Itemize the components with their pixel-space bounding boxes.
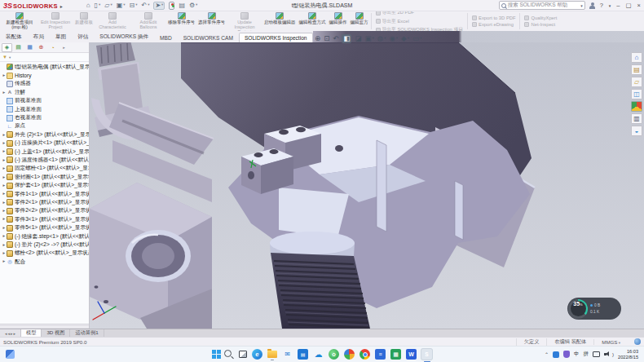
undo-icon[interactable]: ↶ [141, 2, 149, 9]
ribbon-button[interactable]: 编辑监方 [349, 11, 370, 31]
close-button[interactable]: × [637, 2, 641, 9]
edit-appearance-icon[interactable]: ◪ [355, 35, 361, 42]
ribbon-tab[interactable]: MBD [154, 33, 178, 42]
displaymanager-tab-icon[interactable]: ◔ [47, 43, 58, 52]
tree-filter-row[interactable]: ▼ ▾ [0, 53, 89, 62]
select-icon[interactable]: ➤ [153, 2, 165, 10]
ribbon-tab[interactable]: 装配体 [0, 31, 28, 42]
tree-item[interactable]: 外壳 (2)<1> (默认<<默认>_显示状 [0, 130, 89, 139]
tree-item[interactable]: t型铠装热电偶 (默认<默认_显示状态-1 [0, 63, 89, 71]
mail-icon[interactable]: ✉ [282, 349, 293, 360]
tree-item[interactable]: 固定螺栓<1> (默认<<默认>_显示 [0, 165, 89, 173]
dimxpertmanager-tab-icon[interactable]: ⊕ [36, 43, 46, 52]
status-cell[interactable]: MMGS [593, 339, 628, 345]
network-monitor-icon[interactable] [593, 351, 600, 357]
security-shield-icon[interactable] [563, 351, 570, 358]
open-icon[interactable]: ▱ [104, 2, 112, 9]
propertymanager-tab-icon[interactable]: ▤ [13, 43, 24, 52]
configurationmanager-tab-icon[interactable]: ▦ [24, 43, 35, 52]
tree-item[interactable]: 零件2<2> (默认<<默认>_显示状态 [0, 207, 89, 215]
export-menu-item[interactable]: Export eDrawing [472, 22, 515, 27]
spreadsheet-icon[interactable]: ▦ [390, 349, 401, 360]
edge-icon[interactable]: e [252, 349, 262, 360]
tree-item[interactable]: 零件2<1> (默认<<默认>_显示状态 [0, 198, 89, 206]
doc-nav-arrow-icon[interactable]: ▸ [11, 331, 13, 336]
ribbon-tab[interactable]: SOLIDWORKS CAM [178, 33, 239, 42]
doc-nav-arrow-icon[interactable]: ◂ [7, 331, 10, 336]
ribbon-button[interactable]: Edit Inspection Project [37, 11, 73, 31]
ime-mode-indicator[interactable]: 拼 [584, 351, 589, 357]
status-cell[interactable]: 在编辑 装配体 [546, 338, 593, 346]
login-icon[interactable] [589, 2, 596, 9]
tab-overflow-icon[interactable]: ▸ [59, 43, 69, 52]
apply-scene-icon[interactable]: ◆ [401, 35, 409, 42]
performance-widget[interactable]: 35% 0 B 0.1 K [567, 298, 621, 320]
ribbon-button[interactable]: Add Characteristic [95, 11, 130, 31]
export-menu-item[interactable]: 导出至 Excel [376, 18, 464, 25]
tree-item[interactable]: 零件1<1> (默认<<默认>_显示状态 [0, 190, 89, 198]
ime-language-indicator[interactable]: 中 [574, 351, 580, 357]
solidworks-icon[interactable]: S [421, 349, 432, 360]
ribbon-tab[interactable]: 草图 [50, 31, 72, 42]
ribbon-button[interactable]: Add/Edit Balloons [130, 11, 166, 31]
ribbon-button[interactable]: 编辑检查方式 [298, 11, 328, 31]
search-dropdown-icon[interactable]: ▾ [580, 3, 583, 8]
zoom-fit-icon[interactable]: ⊕ [315, 35, 320, 42]
file-explorer-icon[interactable] [267, 351, 277, 358]
tree-item[interactable]: 零件5<1> (默认<<默认>_显示状态 [0, 223, 89, 232]
export-menu-item[interactable]: QualityXpert [524, 15, 557, 20]
minimize-button[interactable]: – [616, 2, 620, 9]
taskbar-clock[interactable]: 16:03 2022/8/15 [618, 349, 638, 360]
options-icon[interactable]: ⚙ [189, 2, 197, 9]
document-tab[interactable]: 3D 视图 [42, 329, 70, 337]
home-icon[interactable]: ⌂ [86, 2, 90, 9]
ribbon-tab[interactable]: 布局 [28, 31, 50, 42]
appearances-icon[interactable]: ● [631, 101, 642, 112]
ribbon-button[interactable]: 编辑操作 [328, 11, 349, 31]
ribbon-tab[interactable]: SOLIDWORKS 插件 [94, 31, 154, 42]
wechat-icon[interactable]: ✿ [329, 349, 339, 360]
ribbon-tab[interactable]: SOLIDWORKS Inspection [239, 33, 313, 42]
help-search-input[interactable]: 搜索 SOLIDWORKS 帮助 ▾ [499, 1, 585, 10]
view-palette-icon[interactable]: ◫ [631, 89, 642, 99]
document-tab[interactable]: 模型 [21, 329, 42, 337]
tree-item[interactable]: 原点 [0, 122, 89, 130]
document-tab[interactable]: 运动算例1 [70, 329, 104, 337]
tree-item[interactable]: (-) 上盖<1> (默认<<默认>_显示状 [0, 148, 89, 156]
ribbon-button[interactable]: 新建模板 [73, 11, 95, 31]
panel-splitter[interactable] [0, 324, 89, 329]
featuremanager-tab-icon[interactable]: ◈ [2, 43, 12, 52]
dictionary-icon[interactable]: ≡ [375, 349, 386, 360]
custom-properties-icon[interactable]: ▥ [631, 113, 642, 124]
graphics-viewport[interactable]: ⌂▤▱◫●▥◒ 35% 0 B 0.1 K [90, 42, 644, 329]
zoom-area-icon[interactable]: ⊡ [324, 35, 329, 42]
widgets-button[interactable] [6, 350, 15, 359]
ribbon-button[interactable]: 移除零件序号 [166, 11, 196, 31]
ribbon-button[interactable]: 选择零件序号 [196, 11, 227, 31]
new-document-icon[interactable]: ▯ [95, 2, 101, 9]
section-view-icon[interactable]: ◧ [342, 34, 351, 43]
view-settings-icon[interactable]: ▭ [412, 35, 421, 42]
tree-item[interactable]: 右视基准面 [0, 113, 89, 121]
store-icon[interactable]: ▤ [298, 349, 308, 360]
restore-button[interactable]: ▢ [626, 2, 632, 9]
tray-app-icon[interactable] [553, 351, 559, 358]
ribbon-tab[interactable]: 评估 [72, 31, 94, 42]
ribbon-button[interactable]: 新建检查项目 (imp:检) [2, 11, 37, 31]
rebuild-icon[interactable] [169, 2, 174, 10]
tree-item[interactable]: 注解 [0, 88, 89, 96]
tree-item[interactable]: 密封圈<1> (默认<<默认>_显示状 [0, 173, 89, 181]
tree-item[interactable]: 传感器 [0, 80, 89, 88]
export-menu-item[interactable]: Export to 3D PDF [472, 15, 515, 20]
tray-overflow-icon[interactable]: ⌃ [545, 352, 549, 357]
resources-icon[interactable]: ⌂ [631, 52, 642, 63]
start-button[interactable] [212, 350, 216, 354]
tree-item[interactable]: (-) 垫片 (2)<2> ->? (默认<<默认> [0, 241, 89, 249]
tree-item[interactable]: (-) 温度传感器<1> (默认<<默认>_ [0, 156, 89, 164]
tree-item[interactable]: 上视基准面 [0, 105, 89, 113]
tree-item[interactable]: History [0, 71, 89, 79]
units-globe-icon[interactable] [634, 338, 641, 345]
photos-icon[interactable] [344, 349, 355, 360]
help-button[interactable]: ? [600, 2, 603, 9]
export-menu-item[interactable]: 导出至 2D PDF [376, 11, 464, 16]
